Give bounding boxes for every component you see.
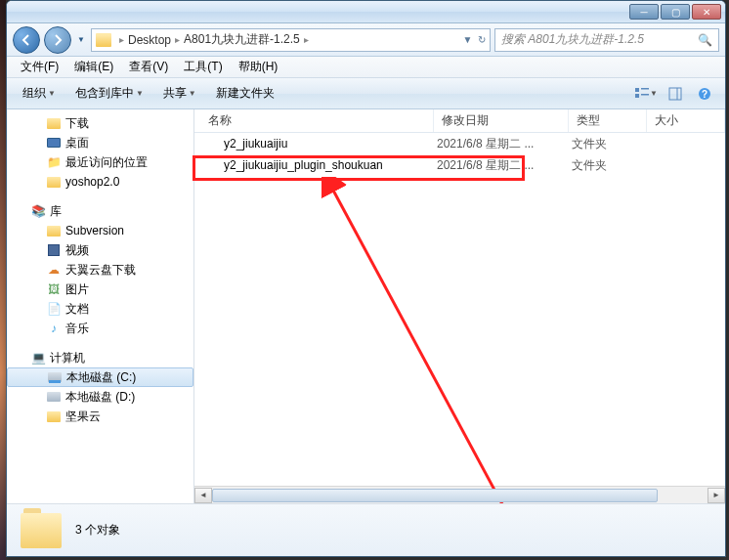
minimize-button[interactable]: ─ bbox=[629, 4, 659, 20]
scroll-left-button[interactable]: ◄ bbox=[194, 488, 212, 503]
address-dropdown[interactable]: ▼ ↻ bbox=[463, 34, 486, 45]
tree-jianguo[interactable]: 坚果云 bbox=[7, 407, 193, 426]
tree-desktop[interactable]: 桌面 bbox=[7, 133, 193, 152]
svg-rect-2 bbox=[635, 94, 639, 98]
breadcrumb-folder[interactable]: A801九块九进群-1.2.5 bbox=[184, 31, 300, 48]
scroll-track[interactable] bbox=[212, 488, 708, 503]
nav-history-dropdown[interactable]: ▼ bbox=[75, 26, 87, 54]
arrow-left-icon bbox=[20, 33, 33, 47]
close-button[interactable]: ✕ bbox=[692, 4, 721, 20]
command-bar: 组织▼ 包含到库中▼ 共享▼ 新建文件夹 ▼ ? bbox=[7, 78, 725, 109]
svg-line-8 bbox=[331, 187, 536, 503]
status-text: 3 个对象 bbox=[75, 522, 120, 538]
column-size[interactable]: 大小 bbox=[647, 109, 725, 132]
view-icon bbox=[634, 87, 650, 101]
include-in-library-button[interactable]: 包含到库中▼ bbox=[67, 81, 151, 106]
search-placeholder: 搜索 A801九块九进群-1.2.5 bbox=[501, 31, 644, 48]
forward-button[interactable] bbox=[44, 26, 71, 54]
chevron-right-icon: ▸ bbox=[175, 34, 180, 45]
tree-tianyi[interactable]: ☁天翼云盘下载 bbox=[7, 260, 193, 280]
scroll-thumb[interactable] bbox=[212, 489, 658, 502]
folder-icon bbox=[96, 33, 111, 47]
tree-subversion[interactable]: Subversion bbox=[7, 221, 193, 240]
tree-drive-c[interactable]: 本地磁盘 (C:) bbox=[7, 367, 193, 387]
svg-rect-0 bbox=[635, 88, 639, 92]
chevron-right-icon: ▸ bbox=[304, 34, 309, 45]
menu-file[interactable]: 文件(F) bbox=[13, 57, 66, 77]
file-name: y2_jiukuaijiu_plugin_shoukuan bbox=[224, 158, 437, 172]
menu-bar: 文件(F) 编辑(E) 查看(V) 工具(T) 帮助(H) bbox=[7, 57, 725, 78]
tree-computer[interactable]: 💻计算机 bbox=[7, 348, 193, 367]
file-row[interactable]: y2_jiukuaijiu_plugin_shoukuan 2021/6/8 星… bbox=[194, 154, 725, 176]
svg-rect-3 bbox=[641, 94, 649, 96]
maximize-button[interactable]: ▢ bbox=[661, 4, 690, 20]
tree-music[interactable]: ♪音乐 bbox=[7, 319, 193, 338]
tree-downloads[interactable]: 下载 bbox=[7, 113, 193, 133]
scroll-right-button[interactable]: ► bbox=[708, 488, 725, 503]
tree-videos[interactable]: 视频 bbox=[7, 240, 193, 260]
file-content-area: 名称 修改日期 类型 大小 y2_jiukuaijiu 2021/6/8 星期二… bbox=[194, 109, 725, 503]
tree-documents[interactable]: 📄文档 bbox=[7, 299, 193, 319]
column-date[interactable]: 修改日期 bbox=[434, 109, 569, 132]
new-folder-button[interactable]: 新建文件夹 bbox=[208, 81, 282, 106]
details-pane: 3 个对象 bbox=[7, 503, 725, 556]
column-headers: 名称 修改日期 类型 大小 bbox=[194, 109, 725, 133]
share-button[interactable]: 共享▼ bbox=[155, 81, 204, 106]
body-area: 下载 桌面 📁最近访问的位置 yoshop2.0 📚库 Subversion 视… bbox=[7, 109, 725, 503]
file-list[interactable]: y2_jiukuaijiu 2021/6/8 星期二 ... 文件夹 y2_ji… bbox=[194, 133, 725, 486]
annotation-arrow bbox=[322, 177, 566, 503]
address-bar[interactable]: ▸ Desktop ▸ A801九块九进群-1.2.5 ▸ ▼ ↻ bbox=[91, 28, 491, 52]
svg-text:?: ? bbox=[702, 89, 708, 100]
svg-rect-1 bbox=[641, 88, 649, 90]
file-date: 2021/6/8 星期二 ... bbox=[437, 136, 572, 152]
breadcrumb-desktop[interactable]: Desktop bbox=[128, 33, 171, 47]
menu-edit[interactable]: 编辑(E) bbox=[66, 57, 121, 77]
arrow-right-icon bbox=[51, 33, 64, 47]
pane-icon bbox=[668, 87, 682, 101]
navigation-tree[interactable]: 下载 桌面 📁最近访问的位置 yoshop2.0 📚库 Subversion 视… bbox=[7, 109, 194, 503]
explorer-window: ─ ▢ ✕ ▼ ▸ Desktop ▸ A801九块九进群-1.2.5 ▸ ▼ … bbox=[6, 0, 726, 557]
column-name[interactable]: 名称 bbox=[194, 109, 434, 132]
help-button[interactable]: ? bbox=[692, 82, 717, 106]
tree-drive-d[interactable]: 本地磁盘 (D:) bbox=[7, 387, 193, 407]
back-button[interactable] bbox=[13, 26, 40, 54]
file-type: 文件夹 bbox=[572, 157, 650, 174]
menu-view[interactable]: 查看(V) bbox=[121, 57, 176, 77]
tree-yoshop[interactable]: yoshop2.0 bbox=[7, 172, 193, 192]
horizontal-scrollbar[interactable]: ◄ ► bbox=[194, 486, 725, 503]
search-input[interactable]: 搜索 A801九块九进群-1.2.5 🔍 bbox=[494, 28, 719, 52]
view-options-button[interactable]: ▼ bbox=[633, 82, 659, 106]
column-type[interactable]: 类型 bbox=[569, 109, 647, 132]
file-type: 文件夹 bbox=[572, 136, 650, 152]
file-name: y2_jiukuaijiu bbox=[224, 137, 437, 151]
menu-help[interactable]: 帮助(H) bbox=[231, 57, 286, 77]
navigation-bar: ▼ ▸ Desktop ▸ A801九块九进群-1.2.5 ▸ ▼ ↻ 搜索 A… bbox=[7, 23, 725, 57]
menu-tools[interactable]: 工具(T) bbox=[176, 57, 230, 77]
tree-recent[interactable]: 📁最近访问的位置 bbox=[7, 152, 193, 172]
svg-rect-4 bbox=[669, 88, 681, 100]
preview-pane-button[interactable] bbox=[663, 82, 688, 106]
organize-button[interactable]: 组织▼ bbox=[15, 81, 64, 106]
chevron-right-icon: ▸ bbox=[119, 34, 124, 45]
tree-libraries[interactable]: 📚库 bbox=[7, 201, 193, 221]
help-icon: ? bbox=[698, 87, 711, 101]
titlebar[interactable]: ─ ▢ ✕ bbox=[7, 1, 725, 23]
search-icon: 🔍 bbox=[698, 33, 712, 47]
file-date: 2021/6/8 星期二 ... bbox=[437, 157, 572, 174]
folder-large-icon bbox=[21, 513, 62, 548]
tree-pictures[interactable]: 🖼图片 bbox=[7, 280, 193, 299]
file-row[interactable]: y2_jiukuaijiu 2021/6/8 星期二 ... 文件夹 bbox=[194, 133, 725, 154]
